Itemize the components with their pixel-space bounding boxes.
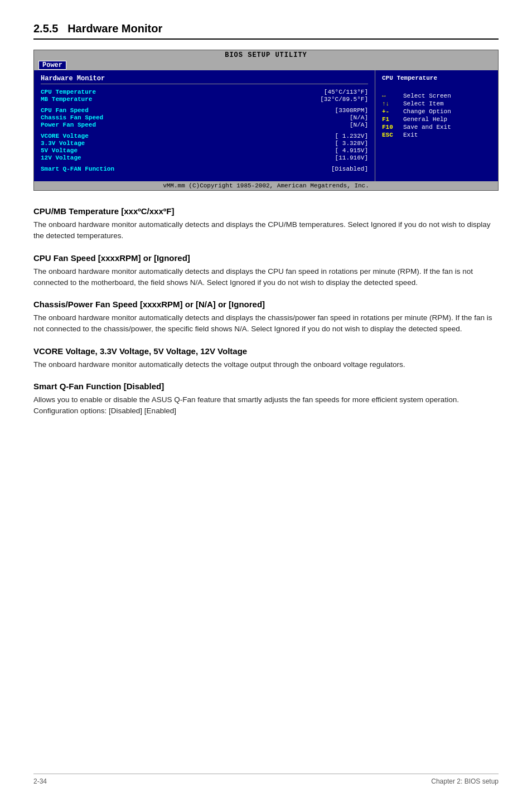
bios-menu-power[interactable]: Power xyxy=(38,61,66,70)
bios-footer-text: vMM.mm (C)Copyright 1985-2002, American … xyxy=(163,182,369,189)
bios-row-vcore: VCORE Voltage [ 1.232V] xyxy=(41,133,368,139)
cpu-fan-label: CPU Fan Speed xyxy=(41,107,89,114)
subsection-title-3: VCORE Voltage, 3.3V Voltage, 5V Voltage,… xyxy=(33,346,499,356)
smart-fan-value: [Disabled] xyxy=(331,166,368,172)
bios-top-bar: BIOS SETUP UTILITY xyxy=(34,50,498,60)
bios-voltage-group: VCORE Voltage [ 1.232V] 3.3V Voltage [ 3… xyxy=(41,133,368,161)
subsection-body-2: The onboard hardware monitor automatical… xyxy=(33,312,499,335)
nav-desc-1: Select Item xyxy=(403,100,444,107)
nav-key-0: ↔ xyxy=(382,93,399,99)
bios-temp-group: CPU Temperature [45°C/113°F] MB Temperat… xyxy=(41,89,368,103)
bios-row-smart-fan: Smart Q-FAN Function [Disabled] xyxy=(41,166,368,172)
nav-key-4: F10 xyxy=(382,124,399,131)
bios-content-area: Hardware Monitor CPU Temperature [45°C/1… xyxy=(34,70,498,181)
page-footer: 2-34 Chapter 2: BIOS setup xyxy=(33,774,499,785)
subsection-body-3: The onboard hardware monitor automatical… xyxy=(33,359,499,370)
bios-nav-row-5: ESC Exit xyxy=(382,132,491,138)
bios-fan-group: CPU Fan Speed [3308RPM] Chassis Fan Spee… xyxy=(41,107,368,128)
bios-menubar: Power xyxy=(34,60,498,70)
nav-key-5: ESC xyxy=(382,132,399,138)
chassis-fan-label: Chassis Fan Speed xyxy=(41,114,103,121)
nav-desc-0: Select Screen xyxy=(403,93,451,99)
5v-value: [ 4.915V] xyxy=(335,147,368,154)
smart-fan-label: Smart Q-FAN Function xyxy=(41,166,114,172)
bios-left-panel: Hardware Monitor CPU Temperature [45°C/1… xyxy=(34,70,375,181)
bios-nav: ↔ Select Screen ↑↓ Select Item +- Change… xyxy=(382,93,491,138)
bios-nav-row-4: F10 Save and Exit xyxy=(382,124,491,131)
nav-desc-5: Exit xyxy=(403,132,418,138)
subsection-title-4: Smart Q-Fan Function [Disabled] xyxy=(33,381,499,391)
subsection-smart-q-fan: Smart Q-Fan Function [Disabled] Allows y… xyxy=(33,381,499,417)
subsection-cpu-fan-speed: CPU Fan Speed [xxxxRPM] or [Ignored] The… xyxy=(33,253,499,289)
bios-row-cpu-temp: CPU Temperature [45°C/113°F] xyxy=(41,89,368,95)
footer-right: Chapter 2: BIOS setup xyxy=(431,777,499,785)
bios-right-header: CPU Temperature xyxy=(382,75,491,81)
bios-row-chassis-fan: Chassis Fan Speed [N/A] xyxy=(41,114,368,121)
nav-desc-3: General Help xyxy=(403,116,447,123)
subsection-body-4: Allows you to enable or disable the ASUS… xyxy=(33,394,499,417)
section-title-text: Hardware Monitor xyxy=(67,22,162,35)
bios-row-cpu-fan: CPU Fan Speed [3308RPM] xyxy=(41,107,368,114)
cpu-temp-label: CPU Temperature xyxy=(41,89,96,95)
bios-nav-row-2: +- Change Option xyxy=(382,108,491,115)
subsection-chassis-power-fan: Chassis/Power Fan Speed [xxxxRPM] or [N/… xyxy=(33,299,499,335)
section-number: 2.5.5 xyxy=(33,22,58,35)
12v-value: [11.916V] xyxy=(335,154,368,161)
footer-left: 2-34 xyxy=(33,777,47,785)
bios-nav-row-3: F1 General Help xyxy=(382,116,491,123)
mb-temp-label: MB Temperature xyxy=(41,96,92,103)
nav-key-2: +- xyxy=(382,108,399,115)
bios-nav-row-1: ↑↓ Select Item xyxy=(382,100,491,107)
bios-fan-function-group: Smart Q-FAN Function [Disabled] xyxy=(41,166,368,172)
bios-row-12v: 12V Voltage [11.916V] xyxy=(41,154,368,161)
nav-desc-2: Change Option xyxy=(403,108,451,115)
subsection-voltages: VCORE Voltage, 3.3V Voltage, 5V Voltage,… xyxy=(33,346,499,370)
cpu-fan-value: [3308RPM] xyxy=(335,107,368,114)
subsection-title-0: CPU/MB Temperature [xxxºC/xxxºF] xyxy=(33,206,499,216)
subsection-title-2: Chassis/Power Fan Speed [xxxxRPM] or [N/… xyxy=(33,299,499,309)
bios-screenshot: BIOS SETUP UTILITY Power Hardware Monito… xyxy=(33,50,499,191)
vcore-label: VCORE Voltage xyxy=(41,133,89,139)
bios-footer: vMM.mm (C)Copyright 1985-2002, American … xyxy=(34,181,498,190)
section-title: 2.5.5 Hardware Monitor xyxy=(33,22,499,40)
vcore-value: [ 1.232V] xyxy=(335,133,368,139)
bios-row-power-fan: Power Fan Speed [N/A] xyxy=(41,122,368,128)
bios-row-5v: 5V Voltage [ 4.915V] xyxy=(41,147,368,154)
nav-key-1: ↑↓ xyxy=(382,100,399,107)
bios-right-panel: CPU Temperature ↔ Select Screen ↑↓ Selec… xyxy=(375,70,498,181)
3v3-value: [ 3.328V] xyxy=(335,140,368,147)
power-fan-label: Power Fan Speed xyxy=(41,122,96,128)
cpu-temp-value: [45°C/113°F] xyxy=(324,89,368,95)
power-fan-value: [N/A] xyxy=(350,122,368,128)
subsection-body-0: The onboard hardware monitor automatical… xyxy=(33,219,499,242)
nav-key-3: F1 xyxy=(382,116,399,123)
bios-row-mb-temp: MB Temperature [32°C/89.5°F] xyxy=(41,96,368,103)
12v-label: 12V Voltage xyxy=(41,154,81,161)
mb-temp-value: [32°C/89.5°F] xyxy=(320,96,368,103)
bios-left-header: Hardware Monitor xyxy=(41,75,368,84)
nav-desc-4: Save and Exit xyxy=(403,124,451,131)
subsection-title-1: CPU Fan Speed [xxxxRPM] or [Ignored] xyxy=(33,253,499,263)
chassis-fan-value: [N/A] xyxy=(350,114,368,121)
subsection-cpu-mb-temp: CPU/MB Temperature [xxxºC/xxxºF] The onb… xyxy=(33,206,499,242)
bios-nav-row-0: ↔ Select Screen xyxy=(382,93,491,99)
3v3-label: 3.3V Voltage xyxy=(41,140,85,147)
subsection-body-1: The onboard hardware monitor automatical… xyxy=(33,266,499,289)
5v-label: 5V Voltage xyxy=(41,147,78,154)
bios-row-3v3: 3.3V Voltage [ 3.328V] xyxy=(41,140,368,147)
bios-title: BIOS SETUP UTILITY xyxy=(225,51,307,59)
